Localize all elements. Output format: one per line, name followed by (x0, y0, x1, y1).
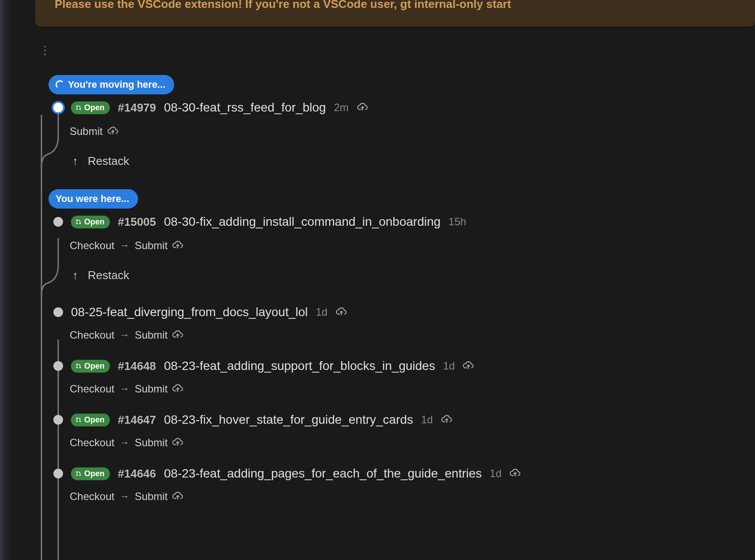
cloud-upload-icon[interactable] (463, 361, 474, 371)
branch-row[interactable]: Open #14647 08-23-fix_hover_state_for_gu… (35, 411, 755, 429)
submit-action[interactable]: Submit (135, 239, 183, 252)
cloud-upload-icon (172, 438, 183, 448)
restack-row[interactable]: ↑ Restack (72, 154, 755, 168)
branch-row[interactable]: Open #14646 08-23-feat_adding_pages_for_… (35, 465, 755, 482)
cloud-upload-icon (172, 492, 183, 501)
branch-name[interactable]: 08-23-fix_hover_state_for_guide_entry_ca… (164, 413, 413, 427)
action-row: Checkout → Submit (70, 383, 755, 395)
restack-row[interactable]: ↑ Restack (72, 269, 755, 282)
cloud-upload-icon[interactable] (441, 415, 452, 425)
branch-list: 08-25-feat_diverging_from_docs_layout_lo… (35, 303, 755, 503)
cloud-upload-icon (172, 241, 183, 250)
arrow-right-icon: → (120, 437, 129, 448)
branch-name[interactable]: 08-30-feat_rss_feed_for_blog (164, 101, 326, 115)
checkout-action[interactable]: Checkout (70, 329, 114, 341)
submit-label: Submit (135, 383, 168, 395)
moving-here-label: You're moving here... (68, 79, 165, 90)
svg-point-3 (76, 220, 78, 221)
cloud-upload-icon (172, 330, 183, 340)
branch-row[interactable]: 08-25-feat_diverging_from_docs_layout_lo… (35, 303, 755, 321)
submit-action[interactable]: Submit (135, 490, 183, 503)
were-here-label: You were here... (56, 193, 129, 205)
time-ago: 15h (449, 216, 466, 228)
arrow-up-icon: ↑ (72, 154, 78, 168)
status-badge-open[interactable]: Open (71, 467, 110, 480)
arrow-right-icon: → (120, 240, 129, 251)
branch-node-dot (53, 103, 63, 112)
pr-number[interactable]: #14647 (118, 413, 156, 427)
checkout-action[interactable]: Checkout (70, 490, 114, 503)
checkout-action[interactable]: Checkout (70, 239, 114, 252)
submit-label: Submit (70, 125, 103, 138)
time-ago: 1d (443, 360, 455, 372)
pr-number[interactable]: #14646 (118, 467, 156, 481)
branch-name[interactable]: 08-30-fix_adding_install_command_in_onbo… (164, 215, 441, 229)
arrow-right-icon: → (120, 491, 129, 502)
pr-number[interactable]: #14979 (118, 101, 156, 115)
pr-number[interactable]: #15005 (118, 215, 156, 229)
were-here-badge: You were here... (49, 189, 138, 209)
submit-label: Submit (135, 239, 168, 252)
branch-row[interactable]: Open #14648 08-23-feat_adding_support_fo… (35, 357, 755, 375)
status-badge-open[interactable]: Open (71, 360, 110, 373)
checkout-label: Checkout (70, 383, 114, 395)
status-badge-open[interactable]: Open (71, 216, 110, 228)
checkout-action[interactable]: Checkout (70, 437, 114, 449)
checkout-label: Checkout (70, 437, 114, 449)
action-row: Checkout → Submit (70, 329, 755, 341)
branch-item: 08-25-feat_diverging_from_docs_layout_lo… (35, 303, 755, 341)
branch-node-dot (53, 217, 63, 227)
svg-point-6 (76, 364, 78, 366)
time-ago: 1d (490, 467, 502, 480)
status-label: Open (84, 469, 105, 478)
branch-name[interactable]: 08-23-feat_adding_pages_for_each_of_the_… (164, 467, 482, 481)
checkout-action[interactable]: Checkout (70, 383, 114, 395)
svg-point-9 (76, 418, 78, 419)
cloud-upload-icon[interactable] (336, 307, 347, 317)
vertical-dots-icon[interactable]: ⋮ (39, 48, 51, 53)
pull-request-icon (75, 219, 82, 225)
branch-name[interactable]: 08-23-feat_adding_support_for_blocks_in_… (164, 359, 435, 373)
svg-point-13 (76, 474, 78, 476)
submit-action[interactable]: Submit (135, 383, 183, 395)
status-label: Open (84, 362, 105, 371)
time-ago: 2m (334, 101, 348, 114)
info-banner: Please use the VSCode extension! If you'… (35, 0, 755, 26)
submit-label: Submit (135, 437, 168, 449)
spinner-icon (56, 80, 64, 89)
branch-tree: You're moving here... Open #14979 08-30-… (35, 75, 755, 519)
status-badge-open[interactable]: Open (71, 101, 110, 114)
cloud-upload-icon[interactable] (357, 103, 368, 112)
submit-action[interactable]: Submit (70, 125, 119, 138)
action-row: Checkout → Submit (70, 239, 755, 252)
window-left-edge (0, 0, 12, 560)
banner-text: Please use the VSCode extension! If you'… (55, 0, 511, 10)
pull-request-icon (75, 470, 82, 477)
status-badge-open[interactable]: Open (71, 414, 110, 426)
branch-node-dot (53, 415, 63, 425)
cloud-upload-icon[interactable] (509, 469, 521, 478)
svg-point-1 (76, 108, 78, 110)
status-label: Open (84, 103, 105, 112)
submit-action[interactable]: Submit (135, 329, 183, 341)
branch-row-target[interactable]: Open #14979 08-30-feat_rss_feed_for_blog… (35, 99, 755, 116)
branch-name[interactable]: 08-25-feat_diverging_from_docs_layout_lo… (71, 305, 308, 319)
restack-label: Restack (88, 269, 129, 282)
status-label: Open (84, 415, 105, 425)
branch-row-previous[interactable]: Open #15005 08-30-fix_adding_install_com… (35, 213, 755, 231)
time-ago: 1d (316, 306, 328, 318)
svg-point-12 (76, 471, 78, 473)
branch-item: Open #14647 08-23-fix_hover_state_for_gu… (35, 411, 755, 449)
pr-number[interactable]: #14648 (118, 359, 156, 373)
submit-action[interactable]: Submit (135, 437, 183, 449)
checkout-label: Checkout (70, 490, 114, 503)
action-row: Checkout → Submit (70, 490, 755, 503)
svg-point-7 (76, 367, 78, 369)
submit-label: Submit (135, 490, 168, 503)
branch-item: Open #14646 08-23-feat_adding_pages_for_… (35, 465, 755, 503)
arrow-right-icon: → (120, 329, 129, 341)
time-ago: 1d (421, 414, 433, 426)
branch-node-dot (53, 307, 63, 317)
arrow-up-icon: ↑ (72, 269, 78, 282)
svg-point-10 (76, 421, 78, 422)
